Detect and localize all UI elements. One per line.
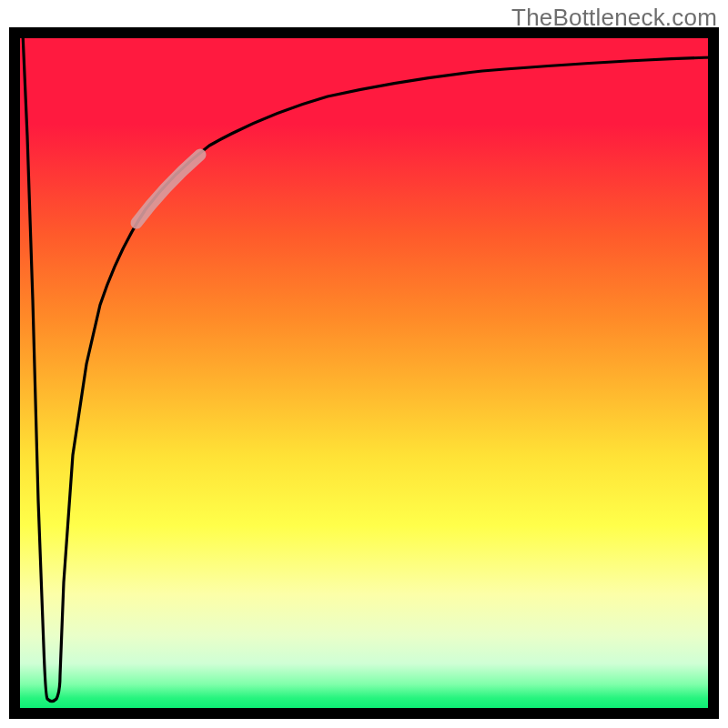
watermark-text: TheBottleneck.com bbox=[511, 4, 717, 32]
chart-root: TheBottleneck.com bbox=[0, 0, 728, 728]
plot-gradient-background bbox=[9, 27, 719, 719]
